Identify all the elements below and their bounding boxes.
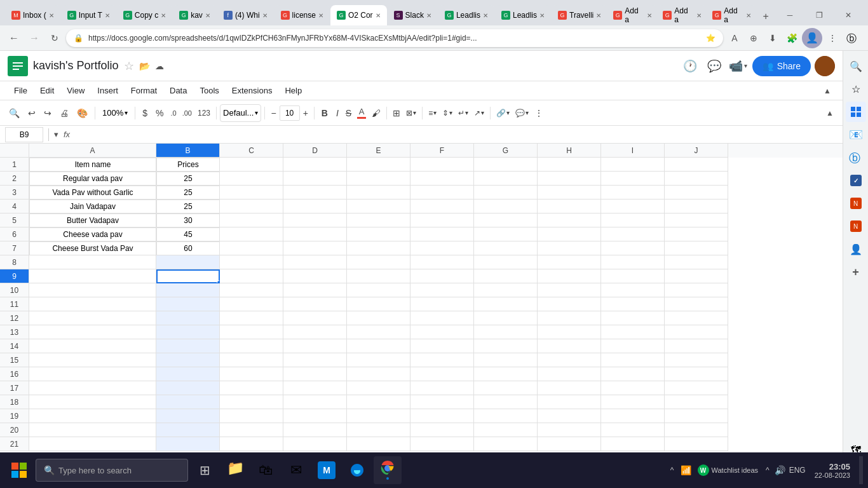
- cell-B13[interactable]: [156, 325, 220, 339]
- cell-B11[interactable]: [156, 297, 220, 311]
- cell-G9[interactable]: [474, 269, 538, 283]
- tab-adda1[interactable]: G Add a ✕: [608, 5, 657, 25]
- clock[interactable]: 23:05 22-08-2023: [810, 462, 855, 479]
- cell-A17[interactable]: [29, 381, 156, 395]
- tab-leadlis2[interactable]: G Leadlis ✕: [495, 5, 551, 25]
- edge-icon[interactable]: [343, 456, 371, 484]
- cell-reference-box[interactable]: B9: [5, 127, 43, 142]
- tab-input[interactable]: G Input T ✕: [61, 5, 116, 25]
- cell-E17[interactable]: [347, 381, 410, 395]
- cell-I10[interactable]: [601, 283, 665, 297]
- cell-B18[interactable]: [156, 395, 220, 409]
- cell-E20[interactable]: [347, 423, 410, 437]
- cell-I2[interactable]: [601, 172, 665, 186]
- cell-D17[interactable]: [283, 381, 347, 395]
- sidebar-bookmark-icon[interactable]: ☆: [846, 79, 866, 99]
- cell-A9[interactable]: [29, 269, 156, 283]
- network-icon[interactable]: 📶: [681, 465, 691, 475]
- share-button[interactable]: 👥 Share: [752, 56, 811, 76]
- tab-o2cor[interactable]: G O2 Cor ✕: [330, 5, 387, 25]
- cell-I9[interactable]: [601, 269, 665, 283]
- cell-D9[interactable]: [283, 269, 347, 283]
- tab-inbox[interactable]: M Inbox ( ✕: [5, 5, 60, 25]
- cell-A15[interactable]: [29, 353, 156, 367]
- zoom-selector[interactable]: 100%▾: [98, 104, 132, 122]
- language-indicator[interactable]: ENG: [789, 466, 806, 475]
- reload-button[interactable]: ↻: [46, 29, 64, 47]
- cell-A2[interactable]: Regular vada pav: [29, 172, 156, 186]
- formula-expand-button[interactable]: ▾: [54, 130, 58, 139]
- cell-A4[interactable]: Jain Vadapav: [29, 200, 156, 214]
- new-tab-button[interactable]: +: [757, 8, 775, 25]
- cell-A1[interactable]: Item name: [29, 158, 156, 172]
- cell-H15[interactable]: [538, 353, 601, 367]
- cell-I8[interactable]: [601, 255, 665, 269]
- cell-A7[interactable]: Cheese Burst Vada Pav: [29, 241, 156, 255]
- cell-E7[interactable]: [347, 241, 410, 255]
- task-view-button[interactable]: ⊞: [191, 456, 219, 484]
- cell-B3[interactable]: 25: [156, 186, 220, 200]
- row-number[interactable]: 15: [0, 353, 29, 367]
- bing-chat-button[interactable]: ⓑ: [843, 28, 863, 48]
- row-number[interactable]: 4: [0, 200, 29, 214]
- cell-I11[interactable]: [601, 297, 665, 311]
- increase-font-size[interactable]: +: [301, 104, 311, 122]
- cell-G18[interactable]: [474, 395, 538, 409]
- cell-B14[interactable]: [156, 339, 220, 353]
- cell-F1[interactable]: [410, 158, 474, 172]
- cell-J1[interactable]: [665, 158, 728, 172]
- cell-I3[interactable]: [601, 186, 665, 200]
- cell-H4[interactable]: [538, 200, 601, 214]
- cell-E6[interactable]: [347, 227, 410, 241]
- highlight-color-button[interactable]: 🖌: [369, 104, 383, 122]
- row-number[interactable]: 11: [0, 297, 29, 311]
- font-size-input[interactable]: [280, 105, 300, 121]
- cell-C15[interactable]: [220, 353, 283, 367]
- forward-button[interactable]: →: [25, 29, 43, 47]
- cell-H10[interactable]: [538, 283, 601, 297]
- cell-C14[interactable]: [220, 339, 283, 353]
- cell-I14[interactable]: [601, 339, 665, 353]
- cell-G21[interactable]: [474, 437, 538, 451]
- cell-D18[interactable]: [283, 395, 347, 409]
- sidebar-outlook-icon[interactable]: 📧: [846, 125, 866, 145]
- cell-G2[interactable]: [474, 172, 538, 186]
- cell-H7[interactable]: [538, 241, 601, 255]
- col-header-j[interactable]: J: [665, 144, 728, 158]
- paint-format-button[interactable]: 🎨: [73, 104, 92, 122]
- cell-E10[interactable]: [347, 283, 410, 297]
- cell-D5[interactable]: [283, 214, 347, 227]
- cell-I18[interactable]: [601, 395, 665, 409]
- cell-J4[interactable]: [665, 200, 728, 214]
- cell-F18[interactable]: [410, 395, 474, 409]
- menu-file[interactable]: File: [8, 81, 34, 100]
- cell-B9[interactable]: [156, 269, 220, 283]
- tab-leadlis1[interactable]: G Leadlis ✕: [438, 5, 494, 25]
- row-number[interactable]: 21: [0, 437, 29, 451]
- cell-B2[interactable]: 25: [156, 172, 220, 186]
- cell-D16[interactable]: [283, 367, 347, 381]
- cell-C19[interactable]: [220, 409, 283, 423]
- cell-B16[interactable]: [156, 367, 220, 381]
- cell-D2[interactable]: [283, 172, 347, 186]
- volume-icon[interactable]: 🔊: [775, 465, 785, 475]
- cell-B19[interactable]: [156, 409, 220, 423]
- cell-E13[interactable]: [347, 325, 410, 339]
- cell-E16[interactable]: [347, 367, 410, 381]
- show-desktop-button[interactable]: [859, 456, 863, 484]
- col-header-e[interactable]: E: [347, 144, 410, 158]
- print-button[interactable]: 🖨: [56, 104, 72, 122]
- cell-I1[interactable]: [601, 158, 665, 172]
- cell-C21[interactable]: [220, 437, 283, 451]
- row-number[interactable]: 18: [0, 395, 29, 409]
- cell-J20[interactable]: [665, 423, 728, 437]
- cell-G19[interactable]: [474, 409, 538, 423]
- cell-F6[interactable]: [410, 227, 474, 241]
- cell-G8[interactable]: [474, 255, 538, 269]
- menu-format[interactable]: Format: [125, 81, 163, 100]
- cell-B4[interactable]: 25: [156, 200, 220, 214]
- cell-I20[interactable]: [601, 423, 665, 437]
- cell-G20[interactable]: [474, 423, 538, 437]
- cell-G7[interactable]: [474, 241, 538, 255]
- cell-C17[interactable]: [220, 381, 283, 395]
